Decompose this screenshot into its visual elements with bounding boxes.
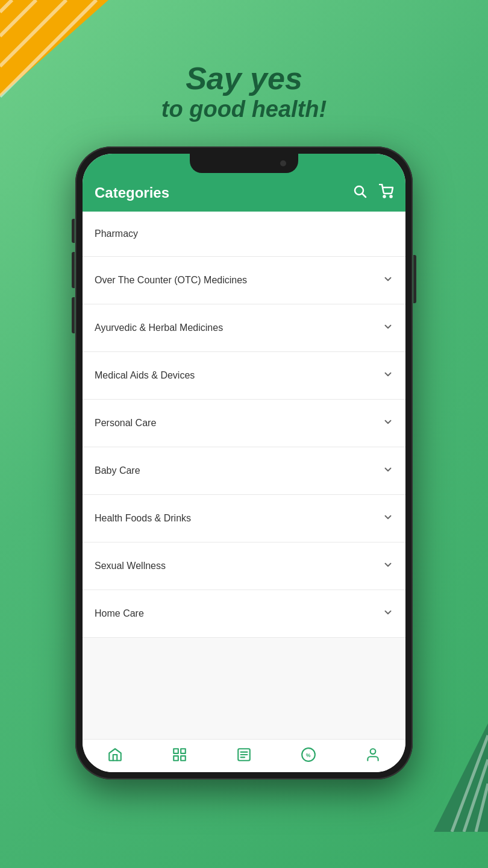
nav-profile[interactable] xyxy=(365,747,381,763)
svg-rect-16 xyxy=(181,756,186,761)
category-item-baby-care[interactable]: Baby Care xyxy=(83,447,405,495)
category-label-home-care: Home Care xyxy=(95,608,144,619)
category-label-health-foods: Health Foods & Drinks xyxy=(95,513,191,524)
phone-btn-left3 xyxy=(72,297,75,333)
category-label-personal-care: Personal Care xyxy=(95,418,156,429)
phone-btn-left2 xyxy=(72,252,75,288)
hero-line1: Say yes xyxy=(161,60,327,96)
cart-icon[interactable] xyxy=(379,184,393,202)
phone-btn-right xyxy=(413,255,416,303)
hero-line2: to good health! xyxy=(161,96,327,122)
nav-scan[interactable] xyxy=(172,747,187,763)
hero-section: Say yes to good health! xyxy=(161,60,327,122)
phone-btn-left1 xyxy=(72,219,75,243)
chevron-icon-baby-care xyxy=(383,464,393,477)
category-item-medical-aids[interactable]: Medical Aids & Devices xyxy=(83,352,405,400)
svg-rect-15 xyxy=(174,756,178,761)
chevron-icon-personal-care xyxy=(383,417,393,430)
chevron-icon-otc xyxy=(383,274,393,287)
phone-mockup: Categories xyxy=(75,146,413,779)
svg-rect-14 xyxy=(181,749,186,753)
front-camera xyxy=(280,160,286,166)
nav-home[interactable] xyxy=(107,747,123,763)
chevron-icon-sexual-wellness xyxy=(383,559,393,573)
chevron-icon-medical-aids xyxy=(383,369,393,382)
deco-topleft xyxy=(0,0,120,102)
category-label-ayurvedic: Ayurvedic & Herbal Medicines xyxy=(95,322,223,333)
header-icons xyxy=(352,184,393,202)
svg-point-23 xyxy=(371,749,376,754)
category-label-sexual-wellness: Sexual Wellness xyxy=(95,561,166,571)
svg-line-10 xyxy=(363,194,366,198)
category-item-sexual-wellness[interactable]: Sexual Wellness xyxy=(83,542,405,590)
svg-point-12 xyxy=(390,196,392,198)
phone-notch xyxy=(190,154,298,173)
svg-text:%: % xyxy=(306,752,311,758)
bottom-nav: % xyxy=(83,739,405,772)
chevron-icon-health-foods xyxy=(383,512,393,525)
category-item-personal-care[interactable]: Personal Care xyxy=(83,400,405,447)
chevron-icon-home-care xyxy=(383,607,393,620)
phone-outer: Categories xyxy=(75,146,413,779)
category-item-otc[interactable]: Over The Counter (OTC) Medicines xyxy=(83,257,405,304)
svg-point-11 xyxy=(384,196,386,198)
category-item-health-foods[interactable]: Health Foods & Drinks xyxy=(83,495,405,542)
nav-orders[interactable] xyxy=(236,747,252,763)
deco-bottomright xyxy=(416,663,488,832)
category-label-medical-aids: Medical Aids & Devices xyxy=(95,370,195,381)
nav-offers[interactable]: % xyxy=(301,747,316,763)
phone-screen: Categories xyxy=(83,154,405,772)
category-label-otc: Over The Counter (OTC) Medicines xyxy=(95,275,247,286)
header-title: Categories xyxy=(95,184,169,201)
category-item-ayurvedic[interactable]: Ayurvedic & Herbal Medicines xyxy=(83,304,405,352)
category-label-pharmacy: Pharmacy xyxy=(95,228,138,239)
categories-list: PharmacyOver The Counter (OTC) Medicines… xyxy=(83,212,405,739)
svg-rect-13 xyxy=(174,749,178,753)
category-item-home-care[interactable]: Home Care xyxy=(83,590,405,638)
category-item-pharmacy[interactable]: Pharmacy xyxy=(83,212,405,257)
chevron-icon-ayurvedic xyxy=(383,321,393,335)
category-label-baby-care: Baby Care xyxy=(95,465,140,476)
search-icon[interactable] xyxy=(352,184,367,202)
